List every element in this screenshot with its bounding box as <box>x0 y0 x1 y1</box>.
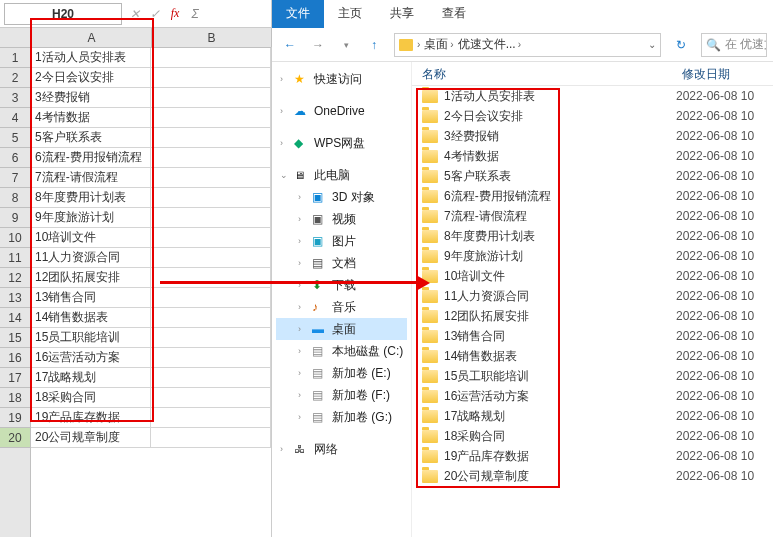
row[interactable]: 6流程-费用报销流程 <box>31 148 271 168</box>
cell[interactable]: 3经费报销 <box>31 88 151 108</box>
row-number[interactable]: 4 <box>0 108 30 128</box>
confirm-icon[interactable]: ✓ <box>146 5 164 23</box>
cell[interactable]: 7流程-请假流程 <box>31 168 151 188</box>
cell[interactable]: 17战略规划 <box>31 368 151 388</box>
row[interactable]: 14销售数据表 <box>31 308 271 328</box>
cell[interactable]: 11人力资源合同 <box>31 248 151 268</box>
row[interactable]: 7流程-请假流程 <box>31 168 271 188</box>
col-hdr-date[interactable]: 修改日期 <box>672 62 773 86</box>
file-item[interactable]: 20公司规章制度 <box>412 466 672 486</box>
nav-video[interactable]: ›视频 <box>276 208 407 230</box>
col-header-A[interactable]: A <box>32 28 152 47</box>
recent-dropdown[interactable]: ▾ <box>334 33 358 57</box>
row-number[interactable]: 12 <box>0 268 30 288</box>
cell[interactable] <box>151 108 271 128</box>
nav-disk-c[interactable]: ›本地磁盘 (C:) <box>276 340 407 362</box>
row[interactable]: 19产品库存数据 <box>31 408 271 428</box>
file-item[interactable]: 9年度旅游计划 <box>412 246 672 266</box>
nav-wps[interactable]: ›WPS网盘 <box>276 132 407 154</box>
cell[interactable] <box>151 248 271 268</box>
nav-network[interactable]: ›网络 <box>276 438 407 460</box>
cell[interactable] <box>151 228 271 248</box>
file-item[interactable]: 5客户联系表 <box>412 166 672 186</box>
cell[interactable] <box>151 148 271 168</box>
cell[interactable]: 1活动人员安排表 <box>31 48 151 68</box>
cell[interactable]: 10培训文件 <box>31 228 151 248</box>
file-item[interactable]: 16运营活动方案 <box>412 386 672 406</box>
cell[interactable] <box>151 188 271 208</box>
file-list-pane[interactable]: 名称 1活动人员安排表2今日会议安排3经费报销4考情数据5客户联系表6流程-费用… <box>412 62 773 537</box>
cell[interactable] <box>151 328 271 348</box>
row-number[interactable]: 2 <box>0 68 30 88</box>
cell[interactable]: 19产品库存数据 <box>31 408 151 428</box>
cell[interactable] <box>151 308 271 328</box>
cell[interactable] <box>151 128 271 148</box>
nav-disk-f[interactable]: ›新加卷 (F:) <box>276 384 407 406</box>
chevron-right-icon[interactable]: › <box>417 39 420 50</box>
cell[interactable]: 15员工职能培训 <box>31 328 151 348</box>
nav-music[interactable]: ›音乐 <box>276 296 407 318</box>
row-number[interactable]: 16 <box>0 348 30 368</box>
cell[interactable]: 4考情数据 <box>31 108 151 128</box>
file-item[interactable]: 2今日会议安排 <box>412 106 672 126</box>
row[interactable]: 15员工职能培训 <box>31 328 271 348</box>
file-item[interactable]: 15员工职能培训 <box>412 366 672 386</box>
row-number[interactable]: 14 <box>0 308 30 328</box>
cell[interactable]: 9年度旅游计划 <box>31 208 151 228</box>
row-number[interactable]: 18 <box>0 388 30 408</box>
nav-this-pc[interactable]: ⌄此电脑 <box>276 164 407 186</box>
row-number[interactable]: 11 <box>0 248 30 268</box>
row[interactable]: 5客户联系表 <box>31 128 271 148</box>
nav-disk-g[interactable]: ›新加卷 (G:) <box>276 406 407 428</box>
nav-tree[interactable]: ›快速访问 ›OneDrive ›WPS网盘 ⌄此电脑 ›3D 对象 ›视频 ›… <box>272 62 412 537</box>
cell[interactable]: 12团队拓展安排 <box>31 268 151 288</box>
row-number[interactable]: 1 <box>0 48 30 68</box>
row-number[interactable]: 19 <box>0 408 30 428</box>
row[interactable]: 9年度旅游计划 <box>31 208 271 228</box>
cell[interactable] <box>151 428 271 448</box>
cell[interactable] <box>151 368 271 388</box>
cell[interactable] <box>151 348 271 368</box>
tab-view[interactable]: 查看 <box>428 0 480 28</box>
forward-button[interactable]: → <box>306 33 330 57</box>
fx-icon[interactable]: fx <box>166 5 184 23</box>
row-number[interactable]: 6 <box>0 148 30 168</box>
tab-file[interactable]: 文件 <box>272 0 324 28</box>
row[interactable]: 13销售合同 <box>31 288 271 308</box>
row-number[interactable]: 20 <box>0 428 30 448</box>
nav-documents[interactable]: ›文档 <box>276 252 407 274</box>
file-item[interactable]: 10培训文件 <box>412 266 672 286</box>
row[interactable]: 2今日会议安排 <box>31 68 271 88</box>
select-all-corner[interactable] <box>0 28 32 47</box>
up-button[interactable]: ↑ <box>362 33 386 57</box>
row[interactable]: 10培训文件 <box>31 228 271 248</box>
row[interactable]: 4考情数据 <box>31 108 271 128</box>
nav-quick-access[interactable]: ›快速访问 <box>276 68 407 90</box>
file-item[interactable]: 13销售合同 <box>412 326 672 346</box>
nav-downloads[interactable]: ›下载 <box>276 274 407 296</box>
crumb-folder[interactable]: 优速文件...› <box>458 36 521 53</box>
cell[interactable] <box>151 168 271 188</box>
nav-onedrive[interactable]: ›OneDrive <box>276 100 407 122</box>
file-item[interactable]: 18采购合同 <box>412 426 672 446</box>
row[interactable]: 18采购合同 <box>31 388 271 408</box>
history-dropdown-icon[interactable]: ⌄ <box>648 39 656 50</box>
row-number[interactable]: 15 <box>0 328 30 348</box>
row[interactable]: 1活动人员安排表 <box>31 48 271 68</box>
cell[interactable] <box>151 288 271 308</box>
cell[interactable]: 2今日会议安排 <box>31 68 151 88</box>
back-button[interactable]: ← <box>278 33 302 57</box>
cell[interactable]: 20公司规章制度 <box>31 428 151 448</box>
cell[interactable] <box>151 208 271 228</box>
sheet-grid[interactable]: 1234567891011121314151617181920 1活动人员安排表… <box>0 48 271 537</box>
cell[interactable]: 14销售数据表 <box>31 308 151 328</box>
row[interactable]: 17战略规划 <box>31 368 271 388</box>
insert-fn-icon[interactable]: Σ <box>186 5 204 23</box>
file-item[interactable]: 4考情数据 <box>412 146 672 166</box>
refresh-button[interactable]: ↻ <box>669 33 693 57</box>
file-item[interactable]: 3经费报销 <box>412 126 672 146</box>
file-item[interactable]: 17战略规划 <box>412 406 672 426</box>
cell[interactable] <box>151 68 271 88</box>
crumb-desktop[interactable]: 桌面› <box>424 36 453 53</box>
address-bar[interactable]: › 桌面› 优速文件...› ⌄ <box>394 33 661 57</box>
